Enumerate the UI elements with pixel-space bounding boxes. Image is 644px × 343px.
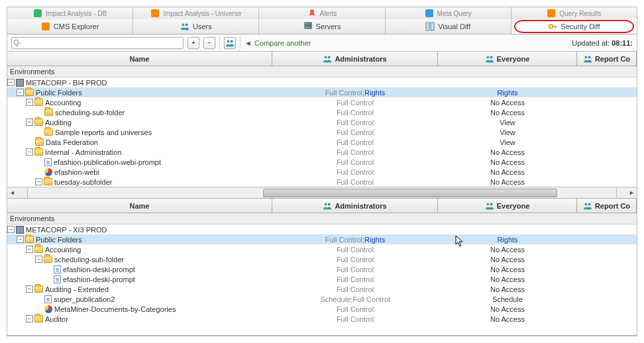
node-label: tuesday-subfolder — [54, 178, 112, 186]
tab-visual-diff[interactable]: Visual Diff — [386, 19, 511, 34]
people-icon — [323, 55, 332, 63]
toggle-icon[interactable]: − — [17, 236, 24, 243]
col-report[interactable]: Report Co — [577, 199, 637, 213]
column-header-bottom: Name Administrators Everyone Report Co — [7, 199, 637, 213]
toggle-icon[interactable]: − — [7, 79, 15, 86]
tab-users[interactable]: Users — [133, 19, 259, 34]
toggle-icon[interactable]: − — [26, 119, 33, 126]
tab-cms-explorer[interactable]: CMS Explorer — [7, 19, 133, 34]
tree-row[interactable]: super_publication2Schedule; Full Control… — [7, 294, 637, 304]
impact-icon — [33, 9, 42, 18]
tab-alerts[interactable]: Alerts — [259, 7, 385, 19]
toggle-icon[interactable]: − — [7, 226, 15, 233]
tree-row[interactable]: −Auditing - ExtendedFull ControlNo Acces… — [7, 284, 637, 294]
tree-row[interactable]: efashion-webiFull ControlNo Access — [7, 167, 637, 177]
tab-impact-analysis-universe[interactable]: Impact Analysis - Universe — [133, 7, 259, 19]
folder-icon — [34, 148, 43, 156]
webi-icon — [44, 305, 52, 313]
tree-row[interactable]: −AccountingFull ControlNo Access — [7, 244, 637, 254]
tree-row[interactable]: −Public FoldersFull Control; RightsRight… — [7, 234, 637, 244]
tab-label: Impact Analysis - DB — [46, 10, 107, 17]
search-prefix: Q- — [12, 39, 23, 46]
svg-point-18 — [325, 56, 327, 58]
tree-row[interactable]: efashion-publication-webi-promptFull Con… — [7, 157, 637, 167]
col-admin[interactable]: Administrators — [272, 199, 438, 213]
tab-label: Visual Diff — [438, 23, 470, 30]
expand-all-button[interactable]: + — [188, 37, 199, 49]
search-input[interactable] — [23, 38, 183, 48]
folder-icon — [25, 236, 34, 243]
node-label: Public Folders — [36, 89, 82, 97]
users-button[interactable] — [224, 37, 236, 49]
scroll-left-icon[interactable]: ◄ — [7, 188, 17, 198]
svg-point-10 — [305, 26, 307, 28]
env-label-bottom: Environments — [7, 213, 637, 224]
toggle-icon[interactable]: − — [26, 315, 33, 322]
tab-impact-analysis-db[interactable]: Impact Analysis - DB — [7, 7, 133, 19]
rights-link[interactable]: Rights — [364, 236, 385, 244]
toggle-icon[interactable]: − — [35, 178, 42, 185]
tree-row[interactable]: Sample reports and universesFull Control… — [7, 127, 637, 137]
tree-row[interactable]: −AuditingFull ControlView — [7, 117, 637, 127]
toggle-icon[interactable]: − — [26, 246, 33, 253]
tree-row[interactable]: −Public FoldersFull Control; RightsRight… — [7, 87, 637, 97]
scroll-thumb[interactable] — [263, 189, 557, 197]
tree-row[interactable]: scheduling-sub-folderFull ControlNo Acce… — [7, 107, 637, 117]
col-everyone[interactable]: Everyone — [438, 52, 577, 66]
toggle-icon[interactable]: − — [17, 89, 24, 96]
tree-row[interactable]: efashion-deski-promptFull ControlNo Acce… — [7, 264, 637, 274]
document-icon — [54, 266, 61, 273]
toggle-icon[interactable]: − — [35, 256, 42, 263]
svg-point-20 — [486, 56, 489, 58]
tree-row[interactable]: −AccountingFull ControlNo Access — [7, 97, 637, 107]
folder-icon — [34, 315, 43, 322]
svg-rect-0 — [34, 9, 42, 17]
col-name[interactable]: Name — [7, 199, 272, 213]
toggle-icon[interactable]: − — [26, 148, 33, 156]
svg-rect-2 — [425, 9, 433, 17]
rights-link[interactable]: Rights — [497, 89, 517, 97]
tab-label: CMS Explorer — [54, 23, 99, 30]
users-icon — [180, 22, 189, 31]
compare-another-link[interactable]: ◄ Compare another — [244, 39, 311, 47]
col-name[interactable]: Name — [7, 52, 272, 66]
svg-point-28 — [584, 203, 587, 205]
tree-row[interactable]: MetaMiner-Documents-by-CategoriesFull Co… — [7, 304, 637, 314]
node-label: Accounting — [45, 246, 81, 254]
scroll-right-icon[interactable]: ► — [627, 188, 637, 198]
col-everyone[interactable]: Everyone — [438, 199, 577, 213]
tree-root[interactable]: −METACORP - XI3 PROD — [7, 224, 637, 234]
folder-icon — [44, 178, 52, 185]
col-admin[interactable]: Administrators — [272, 52, 438, 66]
tree-row[interactable]: efashion-deski-promptFull ControlNo Acce… — [7, 274, 637, 284]
toggle-icon[interactable]: − — [26, 285, 33, 293]
node-label: efashion-deski-prompt — [63, 266, 135, 273]
tree-row[interactable]: −Internal - AdministrationFull ControlNo… — [7, 147, 637, 157]
tab-security-diff[interactable]: Security Diff — [511, 19, 637, 34]
hscroll-top[interactable]: ◄ ► — [7, 187, 637, 198]
pane-bottom: Environments −METACORP - XI3 PROD−Public… — [7, 213, 637, 336]
tab-meta-query[interactable]: Meta Query — [386, 7, 511, 19]
rights-link[interactable]: Rights — [497, 236, 517, 244]
compare-label: Compare another — [254, 39, 311, 47]
tree-root[interactable]: −METACORP - BI4 PROD — [7, 77, 637, 87]
node-label: Auditing - Extended — [45, 285, 109, 293]
svg-point-24 — [325, 203, 327, 205]
tab-label: Security Diff — [561, 23, 600, 30]
tree-row[interactable]: −scheduling-sub-folderFull ControlNo Acc… — [7, 254, 637, 264]
col-report[interactable]: Report Co — [577, 52, 637, 66]
tab-label: Query Results — [559, 10, 601, 17]
tree-row[interactable]: Data FederationFull ControlView — [7, 137, 637, 147]
rights-link[interactable]: Rights — [364, 89, 385, 97]
webi-icon — [44, 168, 52, 176]
toggle-icon[interactable]: − — [26, 99, 33, 106]
svg-rect-1 — [151, 9, 159, 17]
tab-servers[interactable]: Servers — [259, 19, 385, 34]
tab-query-results[interactable]: Query Results — [511, 7, 637, 19]
node-label: efashion-deski-prompt — [63, 275, 135, 283]
search-input-wrap: Q- — [11, 37, 184, 49]
collapse-all-button[interactable]: − — [203, 37, 215, 49]
document-icon — [54, 275, 61, 283]
tree-row[interactable]: −tuesday-subfolderFull ControlNo Access — [7, 177, 637, 187]
tree-row[interactable]: −AuditorFull ControlNo Access — [7, 314, 637, 324]
